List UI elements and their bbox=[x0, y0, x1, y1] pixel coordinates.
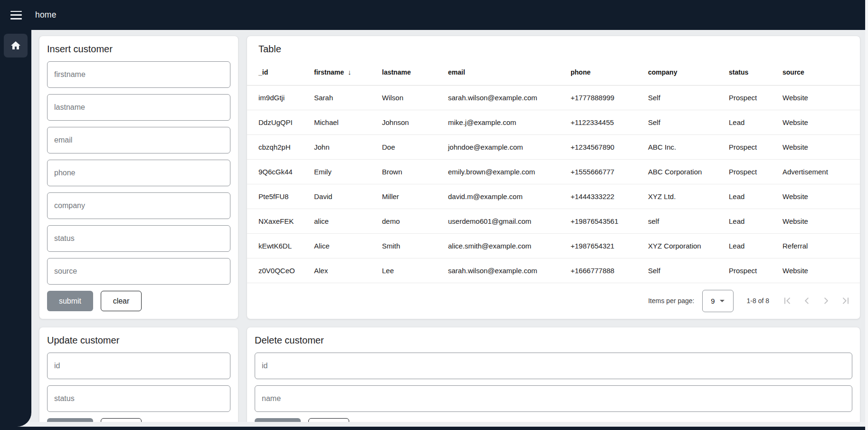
table-cell: 9Q6cGk44 bbox=[247, 159, 310, 184]
table-row: Pte5fFU8DavidMillerdavid.m@example.com+1… bbox=[247, 184, 860, 209]
table-cell: Self bbox=[644, 258, 725, 283]
column-header-status[interactable]: status bbox=[725, 59, 779, 85]
table-cell: alice.smith@example.com bbox=[444, 233, 567, 258]
table-cell: Doe bbox=[378, 134, 444, 159]
items-per-page-label: Items per page: bbox=[648, 297, 694, 305]
table-cell: z0V0QCeO bbox=[247, 258, 310, 283]
table-cell: johndoe@example.com bbox=[444, 134, 567, 159]
last-page-icon bbox=[840, 295, 851, 306]
update-id-input[interactable] bbox=[47, 353, 230, 379]
table-cell: Emily bbox=[310, 159, 378, 184]
table-cell: Lee bbox=[378, 258, 444, 283]
top-row: Insert customer submit clear Table bbox=[39, 36, 860, 319]
table-cell: Referral bbox=[779, 233, 860, 258]
last-page-button[interactable] bbox=[840, 295, 851, 306]
table-cell: Website bbox=[779, 258, 860, 283]
vertical-scrollbar[interactable] bbox=[865, 0, 868, 430]
insert-clear-button[interactable]: clear bbox=[101, 291, 142, 311]
table-cell: +1666777888 bbox=[567, 258, 644, 283]
home-icon bbox=[10, 40, 21, 51]
previous-page-button[interactable] bbox=[801, 295, 812, 306]
window-bottom-edge bbox=[0, 427, 868, 430]
table-cell: +1234567890 bbox=[567, 134, 644, 159]
table-cell: Website bbox=[779, 110, 860, 134]
table-cell: Alice bbox=[310, 233, 378, 258]
firstname-input[interactable] bbox=[47, 61, 230, 88]
table-cell: DdzUgQPI bbox=[247, 110, 310, 134]
column-header-id[interactable]: _id bbox=[247, 59, 310, 85]
table-cell: David bbox=[310, 184, 378, 209]
table-cell: sarah.wilson@example.com bbox=[444, 85, 567, 110]
bottom-row: Update customer submit clear Delete cust… bbox=[39, 327, 860, 430]
table-paginator: Items per page: 9 1-8 of 8 bbox=[247, 283, 860, 319]
table-cell: Website bbox=[779, 85, 860, 110]
table-cell: kEwtK6DL bbox=[247, 233, 310, 258]
table-cell: Lead bbox=[725, 110, 779, 134]
table-cell: demo bbox=[378, 209, 444, 233]
main-content: Insert customer submit clear Table bbox=[31, 30, 868, 430]
next-page-button[interactable] bbox=[820, 295, 832, 306]
column-header-company[interactable]: company bbox=[644, 59, 725, 85]
table-cell: alice bbox=[310, 209, 378, 233]
table-cell: Lead bbox=[725, 209, 779, 233]
table-cell: Alex bbox=[310, 258, 378, 283]
table-cell: Advertisement bbox=[779, 159, 860, 184]
table-cell: Prospect bbox=[725, 258, 779, 283]
table-cell: Self bbox=[644, 110, 725, 134]
delete-id-input[interactable] bbox=[255, 353, 852, 379]
table-cell: ABC Inc. bbox=[644, 134, 725, 159]
lastname-input[interactable] bbox=[47, 94, 230, 121]
table-row: im9dGtjiSarahWilsonsarah.wilson@example.… bbox=[247, 85, 860, 110]
table-cell: Prospect bbox=[725, 134, 779, 159]
column-header-firstname[interactable]: firstname↓ bbox=[310, 59, 378, 85]
table-cell: Self bbox=[644, 85, 725, 110]
page-size-value: 9 bbox=[711, 297, 715, 305]
table-title: Table bbox=[258, 44, 849, 55]
table-row: 9Q6cGk44EmilyBrownemily.brown@example.co… bbox=[247, 159, 860, 184]
email-input[interactable] bbox=[47, 127, 230, 153]
update-status-input[interactable] bbox=[47, 385, 230, 412]
table-cell: ABC Corporation bbox=[644, 159, 725, 184]
source-input[interactable] bbox=[47, 258, 230, 285]
delete-name-input[interactable] bbox=[255, 385, 852, 412]
page-size-select[interactable]: 9 bbox=[702, 290, 734, 312]
column-header-lastname[interactable]: lastname bbox=[378, 59, 444, 85]
table-row: z0V0QCeOAlexLeesarah.wilson@example.com+… bbox=[247, 258, 860, 283]
table-cell: Pte5fFU8 bbox=[247, 184, 310, 209]
table-cell: XYZ Corporation bbox=[644, 233, 725, 258]
phone-input[interactable] bbox=[47, 160, 230, 186]
sort-desc-icon: ↓ bbox=[348, 68, 352, 76]
chevron-down-icon bbox=[720, 300, 725, 302]
table-cell: Website bbox=[779, 209, 860, 233]
sidebar-item-home[interactable] bbox=[4, 34, 28, 57]
table-cell: cbzqh2pH bbox=[247, 134, 310, 159]
table-cell: Lead bbox=[725, 233, 779, 258]
column-header-phone[interactable]: phone bbox=[567, 59, 644, 85]
table-cell: +1987654321 bbox=[567, 233, 644, 258]
horizontal-scrollbar[interactable] bbox=[0, 422, 868, 427]
table-cell: Prospect bbox=[725, 159, 779, 184]
table-cell: Wilson bbox=[378, 85, 444, 110]
table-cell: emily.brown@example.com bbox=[444, 159, 567, 184]
company-input[interactable] bbox=[47, 192, 230, 219]
first-page-button[interactable] bbox=[782, 295, 793, 306]
table-cell: Miller bbox=[378, 184, 444, 209]
column-header-source[interactable]: source bbox=[779, 59, 860, 85]
table-card: Table _id firstname↓ lastname email phon… bbox=[247, 36, 860, 319]
range-label: 1-8 of 8 bbox=[747, 297, 769, 305]
table-cell: Smith bbox=[378, 233, 444, 258]
table-cell: Brown bbox=[378, 159, 444, 184]
column-header-email[interactable]: email bbox=[444, 59, 567, 85]
table-cell: Prospect bbox=[725, 85, 779, 110]
table-row: NXaxeFEKalicedemouserdemo601@gmail.com+1… bbox=[247, 209, 860, 233]
delete-customer-title: Delete customer bbox=[255, 335, 852, 346]
table-cell: im9dGtji bbox=[247, 85, 310, 110]
table-cell: +19876543561 bbox=[567, 209, 644, 233]
insert-submit-button[interactable]: submit bbox=[47, 291, 93, 311]
paginator-nav bbox=[782, 295, 851, 306]
table-cell: NXaxeFEK bbox=[247, 209, 310, 233]
table-cell: mike.j@example.com bbox=[444, 110, 567, 134]
insert-customer-title: Insert customer bbox=[47, 44, 230, 55]
menu-hamburger-icon[interactable] bbox=[10, 11, 22, 19]
status-input[interactable] bbox=[47, 225, 230, 252]
